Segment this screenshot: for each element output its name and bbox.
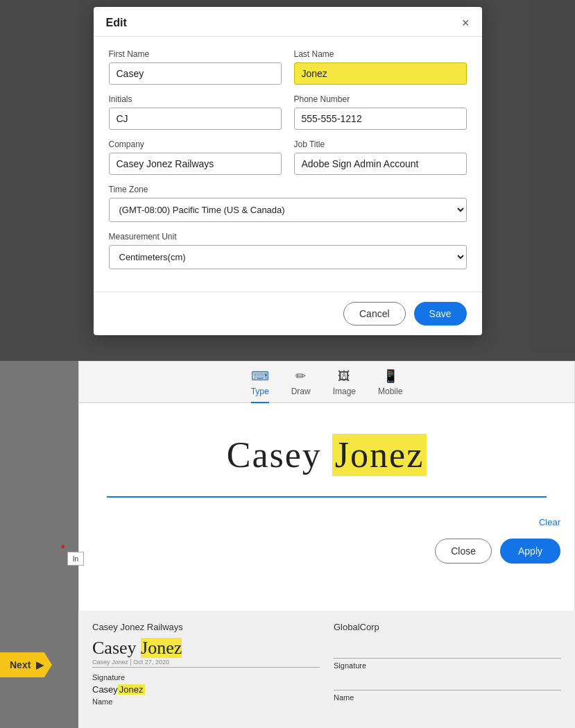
phone-input[interactable] <box>294 108 467 130</box>
left-sig-first: Casey <box>92 638 141 658</box>
measurement-select[interactable]: Centimeters(cm) <box>109 245 467 269</box>
close-button[interactable]: Close <box>435 539 492 564</box>
tab-mobile-label: Mobile <box>378 387 402 396</box>
draw-icon: ✏ <box>295 369 306 384</box>
job-title-group: Job Title <box>294 139 467 175</box>
name-row: First Name Last Name <box>109 49 467 85</box>
measurement-group: Measurement Unit Centimeters(cm) <box>109 232 467 269</box>
modal-overlay: Edit × First Name Last Name Initials <box>0 0 575 361</box>
first-name-input[interactable] <box>109 62 282 85</box>
tab-type-label: Type <box>251 387 269 396</box>
next-button[interactable]: Next ▶ <box>0 652 52 677</box>
initials-input[interactable] <box>109 108 282 130</box>
signature-first-name: Casey <box>227 435 332 475</box>
phone-group: Phone Number <box>294 94 467 130</box>
signature-text-container: Casey Jonez <box>93 421 560 496</box>
timezone-row: Time Zone (GMT-08:00) Pacific Time (US &… <box>109 185 467 222</box>
next-button-label: Next <box>10 659 31 670</box>
signature-underline <box>107 496 547 498</box>
right-sig-label: Signature <box>334 661 561 670</box>
tab-image-label: Image <box>333 387 356 396</box>
timezone-label: Time Zone <box>109 185 467 194</box>
last-name-group: Last Name <box>294 49 467 85</box>
company-group: Company <box>109 139 282 175</box>
company-input[interactable] <box>109 153 282 175</box>
left-sig-label: Signature <box>92 673 320 682</box>
sig-panel-buttons: Close Apply <box>79 527 574 575</box>
modal-close-button[interactable]: × <box>462 17 470 29</box>
clear-container: Clear <box>79 514 574 527</box>
initials-phone-row: Initials Phone Number <box>109 94 467 130</box>
required-star: * <box>61 543 65 554</box>
type-icon: ⌨ <box>251 369 269 384</box>
initials-group: Initials <box>109 94 282 130</box>
initials-label: Initials <box>109 94 282 104</box>
last-name-input[interactable] <box>294 62 467 85</box>
left-name-label: Name <box>92 697 320 706</box>
signature-last-name: Jonez <box>332 434 427 476</box>
tab-mobile[interactable]: 📱 Mobile <box>378 369 402 402</box>
right-name-label: Name <box>334 693 561 702</box>
next-arrow-icon: ▶ <box>36 659 44 670</box>
measurement-row: Measurement Unit Centimeters(cm) <box>109 232 467 269</box>
signature-display-area: Casey Jonez <box>79 403 574 514</box>
company-label: Company <box>109 139 282 149</box>
apply-button[interactable]: Apply <box>500 539 560 564</box>
tab-draw[interactable]: ✏ Draw <box>291 369 311 402</box>
image-icon: 🖼 <box>338 369 350 384</box>
first-name-label: First Name <box>109 49 282 59</box>
job-title-label: Job Title <box>294 139 467 149</box>
modal-header: Edit × <box>94 7 482 37</box>
last-name-label: Last Name <box>294 49 467 59</box>
left-name-line: CaseyJonez <box>92 684 320 695</box>
left-company: Casey Jonez Railways <box>92 622 320 632</box>
modal-footer: Cancel Save <box>94 291 482 335</box>
tab-image[interactable]: 🖼 Image <box>333 369 356 402</box>
right-signature-col: GlobalCorp Signature Name <box>334 622 561 717</box>
right-sig-blank <box>334 638 561 659</box>
initials-box[interactable]: In <box>67 552 84 566</box>
left-name-last: Jonez <box>118 684 145 695</box>
right-name-blank <box>334 670 561 691</box>
phone-label: Phone Number <box>294 94 467 104</box>
tabs-row: ⌨ Type ✏ Draw 🖼 Image 📱 Mobile <box>79 362 574 403</box>
cancel-button[interactable]: Cancel <box>343 302 406 325</box>
timezone-group: Time Zone (GMT-08:00) Pacific Time (US &… <box>109 185 467 222</box>
measurement-label: Measurement Unit <box>109 232 467 242</box>
right-company: GlobalCorp <box>334 622 561 632</box>
left-name-first: Casey <box>92 684 118 695</box>
clear-link[interactable]: Clear <box>539 517 560 527</box>
tab-type[interactable]: ⌨ Type <box>251 369 269 403</box>
left-sig-meta: Casey Jonez | Oct 27, 2020 <box>92 659 320 668</box>
first-name-group: First Name <box>109 49 282 85</box>
modal-body: First Name Last Name Initials Phone Numb… <box>94 37 482 291</box>
edit-modal: Edit × First Name Last Name Initials <box>94 7 482 335</box>
job-title-input[interactable] <box>294 153 467 175</box>
timezone-select[interactable]: (GMT-08:00) Pacific Time (US & Canada) <box>109 198 467 222</box>
initials-box-text: In <box>73 555 78 563</box>
left-sig-last: Jonez <box>141 638 182 658</box>
left-signature-col: Casey Jonez Railways Casey Jonez Casey J… <box>92 622 320 717</box>
company-jobtitle-row: Company Job Title <box>109 139 467 175</box>
tab-draw-label: Draw <box>291 387 311 396</box>
mobile-icon: 📱 <box>383 369 398 384</box>
save-button[interactable]: Save <box>414 302 467 325</box>
modal-title: Edit <box>106 17 127 29</box>
document-bottom: Casey Jonez Railways Casey Jonez Casey J… <box>78 611 575 728</box>
left-signature-line: Casey Jonez <box>92 638 320 659</box>
